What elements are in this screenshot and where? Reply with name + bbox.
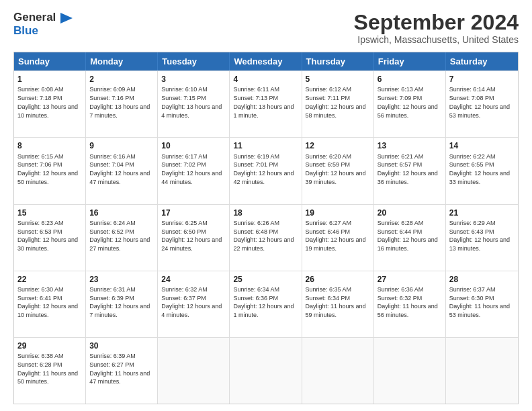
sun-info: Sunrise: 6:25 AMSunset: 6:50 PMDaylight:… xyxy=(161,220,222,252)
page: General Blue September 2024 Ipswich, Mas… xyxy=(0,0,532,411)
calendar-cell: 14 Sunrise: 6:22 AMSunset: 6:55 PMDaylig… xyxy=(446,138,518,203)
sun-info: Sunrise: 6:20 AMSunset: 6:59 PMDaylight:… xyxy=(306,153,366,185)
calendar-header: Sunday Monday Tuesday Wednesday Thursday… xyxy=(14,52,518,71)
calendar-cell: 25 Sunrise: 6:34 AMSunset: 6:36 PMDaylig… xyxy=(230,271,302,337)
day-number: 11 xyxy=(233,140,298,151)
header-sunday: Sunday xyxy=(14,52,86,71)
day-number: 3 xyxy=(161,74,226,85)
calendar-cell: 13 Sunrise: 6:21 AMSunset: 6:57 PMDaylig… xyxy=(374,138,446,203)
calendar-cell: 1 Sunrise: 6:08 AMSunset: 7:18 PMDayligh… xyxy=(14,71,86,137)
sun-info: Sunrise: 6:29 AMSunset: 6:43 PMDaylight:… xyxy=(449,220,510,252)
calendar-cell: 9 Sunrise: 6:16 AMSunset: 7:04 PMDayligh… xyxy=(86,138,158,203)
day-number: 1 xyxy=(17,74,82,85)
sun-info: Sunrise: 6:32 AMSunset: 6:37 PMDaylight:… xyxy=(161,286,222,318)
sun-info: Sunrise: 6:15 AMSunset: 7:06 PMDaylight:… xyxy=(17,153,78,185)
calendar-cell: 3 Sunrise: 6:10 AMSunset: 7:15 PMDayligh… xyxy=(158,71,230,137)
week-row-3: 15 Sunrise: 6:23 AMSunset: 6:53 PMDaylig… xyxy=(14,204,518,271)
day-number: 29 xyxy=(17,340,82,351)
sun-info: Sunrise: 6:35 AMSunset: 6:34 PMDaylight:… xyxy=(306,286,366,318)
sun-info: Sunrise: 6:28 AMSunset: 6:44 PMDaylight:… xyxy=(378,220,438,252)
header-wednesday: Wednesday xyxy=(230,52,302,71)
day-number: 20 xyxy=(378,208,442,218)
sun-info: Sunrise: 6:16 AMSunset: 7:04 PMDaylight:… xyxy=(89,153,150,185)
day-number: 14 xyxy=(449,140,515,151)
sun-info: Sunrise: 6:19 AMSunset: 7:01 PMDaylight:… xyxy=(233,153,294,185)
day-number: 7 xyxy=(449,74,515,85)
calendar-cell: 6 Sunrise: 6:13 AMSunset: 7:09 PMDayligh… xyxy=(374,71,446,137)
sun-info: Sunrise: 6:31 AMSunset: 6:39 PMDaylight:… xyxy=(89,286,150,318)
calendar-cell: 24 Sunrise: 6:32 AMSunset: 6:37 PMDaylig… xyxy=(158,271,230,337)
day-number: 4 xyxy=(233,74,298,85)
sun-info: Sunrise: 6:23 AMSunset: 6:53 PMDaylight:… xyxy=(17,220,78,252)
day-number: 30 xyxy=(89,340,154,351)
week-row-4: 22 Sunrise: 6:30 AMSunset: 6:41 PMDaylig… xyxy=(14,271,518,337)
day-number: 6 xyxy=(378,74,442,85)
calendar-cell: 2 Sunrise: 6:09 AMSunset: 7:16 PMDayligh… xyxy=(86,71,158,137)
calendar-cell: 21 Sunrise: 6:29 AMSunset: 6:43 PMDaylig… xyxy=(446,205,518,271)
calendar-cell: 23 Sunrise: 6:31 AMSunset: 6:39 PMDaylig… xyxy=(86,271,158,337)
day-number: 16 xyxy=(89,208,154,218)
header: General Blue September 2024 Ipswich, Mas… xyxy=(13,11,519,45)
day-number: 18 xyxy=(233,208,298,218)
header-thursday: Thursday xyxy=(302,52,374,71)
calendar-cell xyxy=(230,338,302,404)
header-tuesday: Tuesday xyxy=(158,52,230,71)
calendar-cell xyxy=(374,338,446,404)
sun-info: Sunrise: 6:14 AMSunset: 7:08 PMDaylight:… xyxy=(449,86,510,118)
calendar-body: 1 Sunrise: 6:08 AMSunset: 7:18 PMDayligh… xyxy=(14,71,518,404)
sun-info: Sunrise: 6:39 AMSunset: 6:27 PMDaylight:… xyxy=(89,353,150,385)
sun-info: Sunrise: 6:38 AMSunset: 6:28 PMDaylight:… xyxy=(17,353,78,385)
sun-info: Sunrise: 6:10 AMSunset: 7:15 PMDaylight:… xyxy=(161,86,222,118)
calendar-cell xyxy=(446,338,518,404)
sun-info: Sunrise: 6:36 AMSunset: 6:32 PMDaylight:… xyxy=(378,286,438,318)
day-number: 19 xyxy=(306,208,370,218)
sun-info: Sunrise: 6:30 AMSunset: 6:41 PMDaylight:… xyxy=(17,286,78,318)
sun-info: Sunrise: 6:12 AMSunset: 7:11 PMDaylight:… xyxy=(306,86,366,118)
calendar-cell: 12 Sunrise: 6:20 AMSunset: 6:59 PMDaylig… xyxy=(302,138,374,203)
day-number: 12 xyxy=(306,140,370,151)
calendar-cell: 8 Sunrise: 6:15 AMSunset: 7:06 PMDayligh… xyxy=(14,138,86,203)
calendar-cell: 7 Sunrise: 6:14 AMSunset: 7:08 PMDayligh… xyxy=(446,71,518,137)
day-number: 25 xyxy=(233,274,298,285)
header-monday: Monday xyxy=(86,52,158,71)
calendar-cell xyxy=(158,338,230,404)
day-number: 24 xyxy=(161,274,226,285)
calendar-cell: 30 Sunrise: 6:39 AMSunset: 6:27 PMDaylig… xyxy=(86,338,158,404)
sun-info: Sunrise: 6:22 AMSunset: 6:55 PMDaylight:… xyxy=(449,153,510,185)
day-number: 9 xyxy=(89,140,154,151)
day-number: 23 xyxy=(89,274,154,285)
logo-text: General Blue xyxy=(13,11,73,37)
sun-info: Sunrise: 6:26 AMSunset: 6:48 PMDaylight:… xyxy=(233,220,294,252)
calendar: Sunday Monday Tuesday Wednesday Thursday… xyxy=(13,52,519,404)
day-number: 5 xyxy=(306,74,370,85)
subtitle: Ipswich, Massachusetts, United States xyxy=(354,34,519,45)
day-number: 8 xyxy=(17,140,82,151)
svg-marker-0 xyxy=(60,13,73,24)
day-number: 10 xyxy=(161,140,226,151)
day-number: 27 xyxy=(378,274,442,285)
day-number: 28 xyxy=(449,274,515,285)
sun-info: Sunrise: 6:37 AMSunset: 6:30 PMDaylight:… xyxy=(449,286,510,318)
day-number: 2 xyxy=(89,74,154,85)
day-number: 17 xyxy=(161,208,226,218)
calendar-cell: 20 Sunrise: 6:28 AMSunset: 6:44 PMDaylig… xyxy=(374,205,446,271)
sun-info: Sunrise: 6:08 AMSunset: 7:18 PMDaylight:… xyxy=(17,86,78,118)
calendar-cell: 10 Sunrise: 6:17 AMSunset: 7:02 PMDaylig… xyxy=(158,138,230,203)
calendar-cell: 16 Sunrise: 6:24 AMSunset: 6:52 PMDaylig… xyxy=(86,205,158,271)
day-number: 22 xyxy=(17,274,82,285)
header-friday: Friday xyxy=(374,52,446,71)
calendar-cell: 19 Sunrise: 6:27 AMSunset: 6:46 PMDaylig… xyxy=(302,205,374,271)
calendar-cell: 5 Sunrise: 6:12 AMSunset: 7:11 PMDayligh… xyxy=(302,71,374,137)
sun-info: Sunrise: 6:09 AMSunset: 7:16 PMDaylight:… xyxy=(89,86,150,118)
sun-info: Sunrise: 6:13 AMSunset: 7:09 PMDaylight:… xyxy=(378,86,438,118)
main-title: September 2024 xyxy=(354,11,519,34)
logo: General Blue xyxy=(13,11,73,37)
calendar-cell: 28 Sunrise: 6:37 AMSunset: 6:30 PMDaylig… xyxy=(446,271,518,337)
calendar-cell: 17 Sunrise: 6:25 AMSunset: 6:50 PMDaylig… xyxy=(158,205,230,271)
week-row-5: 29 Sunrise: 6:38 AMSunset: 6:28 PMDaylig… xyxy=(14,337,518,404)
calendar-cell xyxy=(302,338,374,404)
calendar-cell: 11 Sunrise: 6:19 AMSunset: 7:01 PMDaylig… xyxy=(230,138,302,203)
calendar-cell: 27 Sunrise: 6:36 AMSunset: 6:32 PMDaylig… xyxy=(374,271,446,337)
sun-info: Sunrise: 6:27 AMSunset: 6:46 PMDaylight:… xyxy=(306,220,366,252)
logo-arrow-icon xyxy=(60,13,73,24)
